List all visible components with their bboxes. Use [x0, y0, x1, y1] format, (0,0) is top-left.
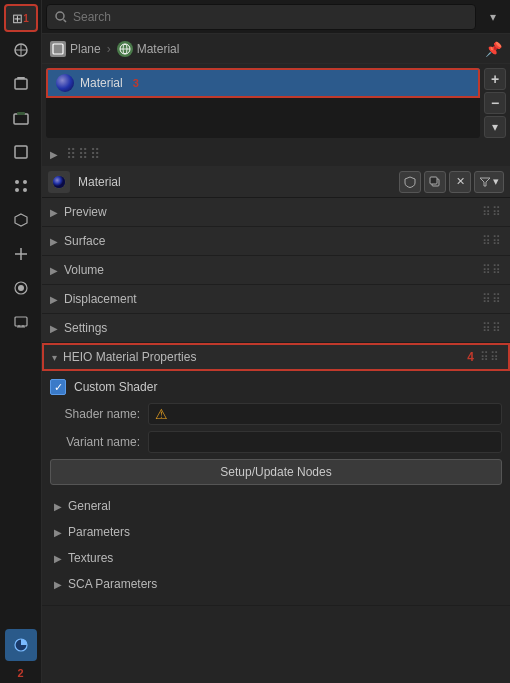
material-num-3: 3 [133, 77, 139, 89]
sidebar-item-world[interactable] [5, 102, 37, 134]
sca-parameters-subsection[interactable]: ▶ SCA Parameters [50, 571, 502, 597]
heio-num: 4 [467, 350, 474, 364]
general-subsection[interactable]: ▶ General [50, 493, 502, 519]
copy-icon [429, 176, 441, 188]
variant-name-field[interactable] [155, 435, 495, 449]
globe-icon [119, 43, 131, 55]
custom-shader-row: ✓ Custom Shader [50, 379, 502, 395]
plane-icon [52, 43, 64, 55]
material-header-ball [52, 175, 66, 189]
sca-label: SCA Parameters [68, 577, 157, 591]
heio-content: ✓ Custom Shader Shader name: ⚠ Variant n… [42, 371, 510, 605]
displacement-section-header[interactable]: ▶ Displacement ⠿⠿ [42, 285, 510, 313]
parameters-label: Parameters [68, 525, 130, 539]
material-list: Material 3 [46, 68, 480, 138]
particles-icon [13, 178, 29, 194]
dropdown-icon: ▾ [490, 10, 496, 24]
volume-section: ▶ Volume ⠿⠿ [42, 256, 510, 285]
topbar-dropdown[interactable]: ▾ [480, 4, 506, 30]
close-material-button[interactable]: ✕ [449, 171, 471, 193]
heio-drag: ⠿⠿ [480, 350, 500, 364]
textures-label: Textures [68, 551, 113, 565]
sidebar-item-object-props[interactable] [5, 136, 37, 168]
svg-rect-29 [430, 177, 437, 184]
sidebar-item-physics[interactable] [5, 204, 37, 236]
material-more-button[interactable]: ▾ [484, 116, 506, 138]
general-label: General [68, 499, 111, 513]
sidebar-item-particles[interactable] [5, 170, 37, 202]
sidebar-item-tools[interactable] [5, 34, 37, 66]
play-row: ▶ ⠿⠿⠿ [42, 142, 510, 166]
custom-shader-label: Custom Shader [74, 380, 157, 394]
object-props-icon [13, 144, 29, 160]
settings-section: ▶ Settings ⠿⠿ [42, 314, 510, 343]
surface-label: Surface [64, 234, 476, 248]
shield-button[interactable] [399, 171, 421, 193]
heio-chevron: ▾ [52, 352, 57, 363]
copy-button[interactable] [424, 171, 446, 193]
svg-line-19 [64, 19, 67, 22]
remove-material-button[interactable]: − [484, 92, 506, 114]
sidebar-item-object[interactable]: ⊞ 1 [4, 4, 38, 32]
filter-dropdown-icon: ▾ [493, 175, 499, 188]
material-header-icon[interactable] [48, 171, 70, 193]
preview-chevron: ▶ [50, 207, 58, 218]
sidebar-item-material[interactable] [5, 272, 37, 304]
textures-subsection[interactable]: ▶ Textures [50, 545, 502, 571]
volume-chevron: ▶ [50, 265, 58, 276]
sidebar-bottom-num: 2 [17, 667, 23, 679]
filter-button[interactable]: ▾ [474, 171, 504, 193]
surface-drag: ⠿⠿ [482, 234, 502, 248]
variant-name-input[interactable] [148, 431, 502, 453]
constraints-icon [13, 246, 29, 262]
material-header-name: Material [74, 175, 395, 189]
variant-name-label: Variant name: [50, 435, 140, 449]
heio-section-header[interactable]: ▾ HEIO Material Properties 4 ⠿⠿ [42, 343, 510, 371]
sidebar-item-render[interactable] [5, 306, 37, 338]
svg-point-9 [23, 180, 27, 184]
svg-point-8 [15, 180, 19, 184]
svg-rect-6 [17, 112, 25, 115]
svg-rect-20 [53, 44, 63, 54]
shield-icon [404, 176, 416, 188]
preview-drag: ⠿⠿ [482, 205, 502, 219]
shader-name-field[interactable] [172, 407, 495, 421]
preview-label: Preview [64, 205, 476, 219]
filter-icon [479, 176, 491, 188]
svg-rect-4 [17, 77, 25, 79]
preview-section: ▶ Preview ⠿⠿ [42, 198, 510, 227]
add-material-button[interactable]: + [484, 68, 506, 90]
breadcrumb-object[interactable]: Plane [50, 41, 101, 57]
svg-point-27 [53, 176, 65, 188]
parameters-subsection[interactable]: ▶ Parameters [50, 519, 502, 545]
sidebar-item-constraints[interactable] [5, 238, 37, 270]
volume-section-header[interactable]: ▶ Volume ⠿⠿ [42, 256, 510, 284]
sidebar-item-heio[interactable] [5, 629, 37, 661]
surface-section-header[interactable]: ▶ Surface ⠿⠿ [42, 227, 510, 255]
material-list-item[interactable]: Material 3 [46, 68, 480, 98]
svg-point-10 [15, 188, 19, 192]
preview-section-header[interactable]: ▶ Preview ⠿⠿ [42, 198, 510, 226]
heio-label: HEIO Material Properties [63, 350, 457, 364]
play-button[interactable]: ▶ [50, 149, 58, 160]
heio-icon [13, 637, 29, 653]
material-name: Material [80, 76, 123, 90]
custom-shader-checkbox[interactable]: ✓ [50, 379, 66, 395]
setup-nodes-label: Setup/Update Nodes [220, 465, 331, 479]
displacement-drag: ⠿⠿ [482, 292, 502, 306]
breadcrumb-object-icon [50, 41, 66, 57]
material-icon [13, 280, 29, 296]
material-list-buttons: + − ▾ [484, 68, 506, 138]
search-bar[interactable] [46, 4, 476, 30]
general-chevron: ▶ [54, 501, 62, 512]
search-input[interactable] [73, 10, 467, 24]
main-panel: ▾ Plane › Material 📌 [42, 0, 510, 683]
breadcrumb-pin[interactable]: 📌 [485, 41, 502, 57]
sidebar-item-scene[interactable] [5, 68, 37, 100]
shader-name-input[interactable]: ⚠ [148, 403, 502, 425]
displacement-chevron: ▶ [50, 294, 58, 305]
breadcrumb-material[interactable]: Material [117, 41, 180, 57]
world-icon [13, 110, 29, 126]
settings-section-header[interactable]: ▶ Settings ⠿⠿ [42, 314, 510, 342]
setup-nodes-button[interactable]: Setup/Update Nodes [50, 459, 502, 485]
